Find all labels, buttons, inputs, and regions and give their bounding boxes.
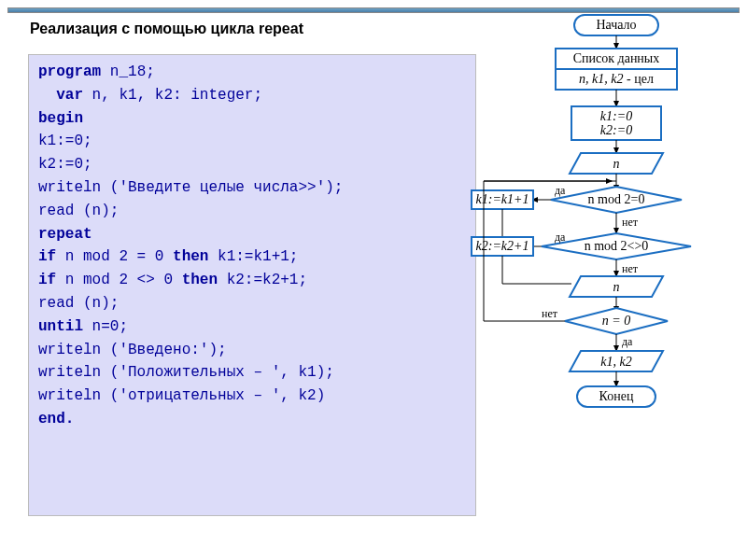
kw-begin: begin (38, 110, 83, 127)
kw-then: then (182, 272, 218, 288)
code-text: k1:=k1+1; (208, 248, 298, 265)
code-text: writeln ('Введено:'); (38, 342, 227, 358)
label-datalist: Список данных (573, 51, 660, 65)
code-text: k2:=k2+1; (218, 272, 307, 288)
label-nzero: n = 0 (602, 314, 630, 328)
kw-repeat: repeat (38, 226, 92, 243)
label-yes2: да (555, 231, 566, 244)
label-init1: k1:=0 (600, 109, 632, 123)
kw-if: if (38, 248, 56, 265)
code-text: k2:=0; (38, 156, 92, 173)
code-listing: program n_18; var n, k1, k2: integer; be… (28, 54, 476, 516)
code-text: n_18; (101, 63, 155, 80)
code-text: k1:=0; (38, 133, 92, 149)
code-text: writeln ('Введите целые числа>>'); (38, 179, 343, 196)
label-no2: нет (622, 262, 639, 275)
code-text: n, k1, k2: integer; (83, 87, 262, 104)
label-start: Начало (596, 18, 636, 32)
code-text: read (n); (38, 295, 119, 312)
label-init2: k2:=0 (600, 123, 632, 137)
label-yes1: да (555, 184, 566, 197)
label-input-n: n (613, 157, 620, 171)
label-end: Конец (599, 389, 634, 403)
code-text: n mod 2 <> 0 (56, 272, 181, 288)
kw-until: until (38, 318, 83, 335)
slide-heading: Реализация с помощью цикла repeat (30, 21, 319, 37)
label-mod0: n mod 2=0 (588, 192, 645, 206)
label-modne0: n mod 2<>0 (585, 239, 649, 253)
flowchart: Начало Список данных n, k1, k2 - цел k1:… (467, 13, 747, 554)
code-text: read (n); (38, 203, 119, 219)
code-text: writeln ('отрицательных – ', k2) (38, 387, 325, 404)
code-text: n=0; (83, 318, 128, 335)
code-text: writeln ('Положительных – ', k1); (38, 364, 334, 381)
kw-then: then (173, 248, 208, 265)
kw-program: program (38, 63, 101, 80)
kw-end: end. (38, 411, 74, 427)
kw-var: var (56, 87, 83, 104)
kw-if: if (38, 272, 56, 288)
label-vars: n, k1, k2 - цел (579, 72, 654, 86)
label-no1: нет (622, 216, 639, 229)
code-text: n mod 2 = 0 (56, 248, 173, 265)
label-no3: нет (542, 307, 558, 320)
label-output: k1, k2 (600, 355, 631, 369)
label-yes3: да (622, 335, 633, 348)
label-input-n2: n (613, 280, 620, 294)
